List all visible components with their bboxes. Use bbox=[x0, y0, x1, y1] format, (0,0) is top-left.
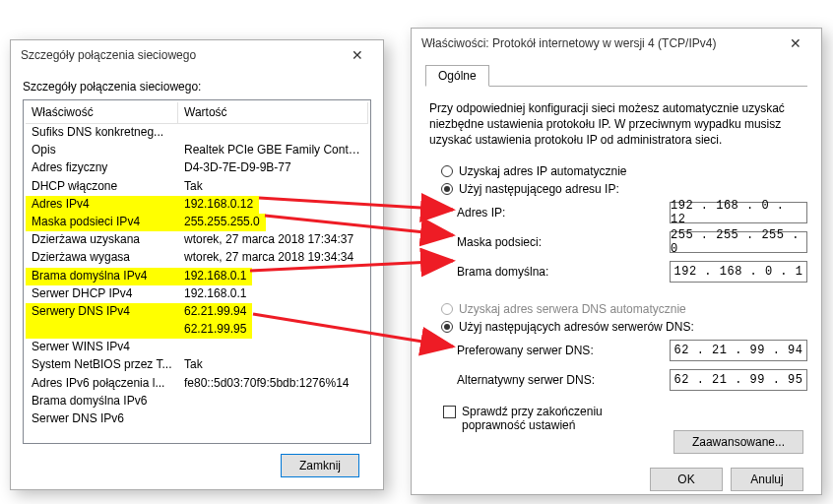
cell-value: 192.168.0.12 bbox=[178, 196, 259, 214]
radio-dns-manual[interactable]: Użyj następujących adresów serwerów DNS: bbox=[425, 318, 807, 336]
table-row[interactable]: DHCP włączoneTak bbox=[26, 178, 368, 196]
tab-strip: Ogólne bbox=[425, 64, 807, 87]
input-dns1[interactable]: 62 . 21 . 99 . 94 bbox=[670, 340, 807, 361]
cell-value: Tak bbox=[178, 356, 368, 374]
input-gateway[interactable]: 192 . 168 . 0 . 1 bbox=[670, 261, 807, 283]
cell-value: wtorek, 27 marca 2018 19:34:34 bbox=[178, 249, 368, 267]
description-text: Przy odpowiedniej konfiguracji sieci moż… bbox=[429, 100, 803, 149]
titlebar: Szczegóły połączenia sieciowego ✕ bbox=[11, 40, 383, 70]
table-row[interactable]: Adres IPv6 połączenia l...fe80::5d03:70f… bbox=[26, 375, 368, 393]
radio-label: Uzyskaj adres serwera DNS automatycznie bbox=[459, 302, 686, 316]
table-row[interactable]: Serwer DNS IPv6 bbox=[26, 410, 368, 428]
table-row[interactable]: Serwer WINS IPv4 bbox=[26, 339, 368, 356]
cell-value: D4-3D-7E-D9-9B-77 bbox=[178, 159, 368, 177]
cancel-button[interactable]: Anuluj bbox=[731, 468, 803, 491]
radio-label: Użyj następujących adresów serwerów DNS: bbox=[459, 320, 694, 334]
table-row[interactable]: Dzierżawa wygasawtorek, 27 marca 2018 19… bbox=[26, 249, 368, 267]
window-title: Właściwości: Protokół internetowy w wers… bbox=[417, 36, 776, 50]
cell-property bbox=[26, 321, 178, 339]
cell-value: 192.168.0.1 bbox=[178, 285, 368, 303]
radio-label: Użyj następującego adresu IP: bbox=[459, 182, 619, 196]
cell-value: Realtek PCIe GBE Family Controller bbox=[178, 142, 368, 159]
list-header: Właściwość Wartość bbox=[26, 102, 368, 124]
table-row[interactable]: Serwery DNS IPv462.21.99.94 bbox=[26, 303, 368, 321]
checkbox-label: Sprawdź przy zakończeniu poprawność usta… bbox=[462, 405, 659, 432]
radio-icon bbox=[441, 183, 453, 195]
cell-property: Adres IPv6 połączenia l... bbox=[26, 375, 178, 393]
radio-dns-auto: Uzyskaj adres serwera DNS automatycznie bbox=[425, 300, 807, 318]
cell-value: fe80::5d03:70f9:5bdb:1276%14 bbox=[178, 375, 368, 393]
label-ip: Adres IP: bbox=[457, 206, 670, 220]
input-ip[interactable]: 192 . 168 . 0 . 12 bbox=[670, 202, 807, 223]
cell-value: 192.168.0.1 bbox=[178, 268, 252, 285]
table-row[interactable]: Brama domyślna IPv6 bbox=[26, 393, 368, 410]
cell-property: Serwer DNS IPv6 bbox=[26, 410, 178, 428]
table-row[interactable]: Brama domyślna IPv4192.168.0.1 bbox=[26, 268, 368, 285]
cell-property: System NetBIOS przez T... bbox=[26, 356, 178, 374]
cell-value bbox=[178, 393, 368, 410]
checkbox-validate[interactable]: Sprawdź przy zakończeniu poprawność usta… bbox=[425, 395, 807, 432]
cell-value: wtorek, 27 marca 2018 17:34:37 bbox=[178, 231, 368, 249]
cell-property: Serwer DHCP IPv4 bbox=[26, 285, 178, 303]
col-property[interactable]: Właściwość bbox=[26, 102, 178, 123]
cell-property: Serwery DNS IPv4 bbox=[26, 303, 178, 321]
radio-icon bbox=[441, 303, 453, 315]
cell-value bbox=[178, 410, 368, 428]
label-mask: Maska podsieci: bbox=[457, 235, 670, 249]
cell-property: Serwer WINS IPv4 bbox=[26, 339, 178, 356]
table-row[interactable]: OpisRealtek PCIe GBE Family Controller bbox=[26, 142, 368, 159]
details-list: Właściwość Wartość Sufiks DNS konkretneg… bbox=[23, 99, 371, 444]
cell-value bbox=[178, 124, 368, 142]
cell-property: Adres IPv4 bbox=[26, 196, 178, 214]
cell-value: Tak bbox=[178, 178, 368, 196]
table-row[interactable]: 62.21.99.95 bbox=[26, 321, 368, 339]
cell-value: 62.21.99.95 bbox=[178, 321, 252, 339]
ipv4-properties-dialog: Właściwości: Protokół internetowy w wers… bbox=[411, 28, 822, 495]
radio-icon bbox=[441, 321, 453, 333]
radio-label: Uzyskaj adres IP automatycznie bbox=[459, 164, 627, 178]
tab-general[interactable]: Ogólne bbox=[425, 65, 489, 87]
cell-value bbox=[178, 339, 368, 356]
input-mask[interactable]: 255 . 255 . 255 . 0 bbox=[670, 231, 807, 253]
titlebar: Właściwości: Protokół internetowy w wers… bbox=[412, 29, 821, 58]
cell-property: Dzierżawa wygasa bbox=[26, 249, 178, 267]
details-label: Szczegóły połączenia sieciowego: bbox=[23, 80, 371, 94]
table-row[interactable]: Adres fizycznyD4-3D-7E-D9-9B-77 bbox=[26, 159, 368, 177]
cell-property: Brama domyślna IPv4 bbox=[26, 268, 178, 285]
table-row[interactable]: Dzierżawa uzyskanawtorek, 27 marca 2018 … bbox=[26, 231, 368, 249]
radio-ip-manual[interactable]: Użyj następującego adresu IP: bbox=[425, 180, 807, 198]
col-value[interactable]: Wartość bbox=[178, 102, 368, 123]
cell-value: 62.21.99.94 bbox=[178, 303, 252, 321]
table-row[interactable]: Adres IPv4192.168.0.12 bbox=[26, 196, 368, 214]
cell-property: DHCP włączone bbox=[26, 178, 178, 196]
radio-ip-auto[interactable]: Uzyskaj adres IP automatycznie bbox=[425, 162, 807, 180]
close-icon[interactable]: ✕ bbox=[776, 35, 815, 51]
advanced-button[interactable]: Zaawansowane... bbox=[673, 430, 803, 454]
cell-property: Maska podsieci IPv4 bbox=[26, 214, 178, 231]
cell-property: Opis bbox=[26, 142, 178, 159]
cell-property: Sufiks DNS konkretneg... bbox=[26, 124, 178, 142]
cell-value: 255.255.255.0 bbox=[178, 214, 266, 231]
ok-button[interactable]: OK bbox=[650, 468, 723, 491]
close-button[interactable]: Zamknij bbox=[281, 454, 359, 477]
cell-property: Brama domyślna IPv6 bbox=[26, 393, 178, 410]
table-row[interactable]: Maska podsieci IPv4255.255.255.0 bbox=[26, 214, 368, 231]
label-dns1: Preferowany serwer DNS: bbox=[457, 344, 670, 357]
label-dns2: Alternatywny serwer DNS: bbox=[457, 373, 670, 387]
table-row[interactable]: System NetBIOS przez T...Tak bbox=[26, 356, 368, 374]
cell-property: Adres fizyczny bbox=[26, 159, 178, 177]
table-row[interactable]: Sufiks DNS konkretneg... bbox=[26, 124, 368, 142]
input-dns2[interactable]: 62 . 21 . 99 . 95 bbox=[670, 369, 807, 391]
table-row[interactable]: Serwer DHCP IPv4192.168.0.1 bbox=[26, 285, 368, 303]
network-details-dialog: Szczegóły połączenia sieciowego ✕ Szczeg… bbox=[10, 39, 384, 490]
checkbox-icon bbox=[443, 406, 456, 418]
close-icon[interactable]: ✕ bbox=[338, 47, 377, 63]
cell-property: Dzierżawa uzyskana bbox=[26, 231, 178, 249]
radio-icon bbox=[441, 165, 453, 177]
window-title: Szczegóły połączenia sieciowego bbox=[17, 48, 338, 62]
label-gateway: Brama domyślna: bbox=[457, 265, 670, 279]
